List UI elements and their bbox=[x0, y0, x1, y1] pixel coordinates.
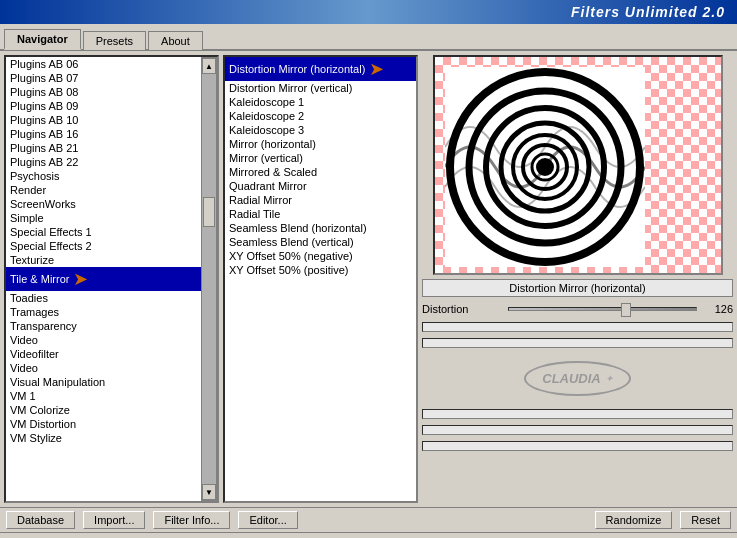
category-item-2[interactable]: Plugins AB 08 bbox=[6, 85, 201, 99]
distortion-slider-thumb[interactable] bbox=[621, 303, 631, 317]
category-item-15[interactable]: Tile & Mirror➤ bbox=[6, 267, 201, 291]
filter-item-0[interactable]: Distortion Mirror (horizontal)➤ bbox=[225, 57, 416, 81]
empty-row-4 bbox=[422, 425, 733, 435]
preview-image bbox=[445, 67, 645, 267]
watermark-icon: ✦ bbox=[605, 373, 613, 384]
category-item-23[interactable]: VM 1 bbox=[6, 389, 201, 403]
distortion-slider-track[interactable] bbox=[508, 307, 697, 311]
tabs-row: Navigator Presets About bbox=[0, 24, 737, 51]
category-item-25[interactable]: VM Distortion bbox=[6, 417, 201, 431]
category-scrollbar[interactable]: ▲ ▼ bbox=[201, 57, 217, 501]
import-button[interactable]: Import... bbox=[83, 511, 145, 529]
status-bar: Database: ICNET-Filters Filters: 2931 Ap… bbox=[0, 532, 737, 538]
randomize-button[interactable]: Randomize bbox=[595, 511, 673, 529]
category-item-24[interactable]: VM Colorize bbox=[6, 403, 201, 417]
filter-name-text: Distortion Mirror (horizontal) bbox=[509, 282, 645, 294]
filter-item-14[interactable]: XY Offset 50% (positive) bbox=[225, 263, 416, 277]
filter-item-5[interactable]: Mirror (horizontal) bbox=[225, 137, 416, 151]
category-item-8[interactable]: Psychosis bbox=[6, 169, 201, 183]
filter-info-button[interactable]: Filter Info... bbox=[153, 511, 230, 529]
filter-arrow-icon: ➤ bbox=[369, 58, 384, 80]
database-button[interactable]: Database bbox=[6, 511, 75, 529]
distortion-preview-svg bbox=[445, 67, 645, 267]
empty-row-5 bbox=[422, 441, 733, 451]
app-title: Filters Unlimited 2.0 bbox=[571, 4, 725, 20]
category-item-12[interactable]: Special Effects 1 bbox=[6, 225, 201, 239]
distortion-label: Distortion bbox=[422, 303, 502, 315]
category-item-13[interactable]: Special Effects 2 bbox=[6, 239, 201, 253]
distortion-value: 126 bbox=[703, 303, 733, 315]
watermark-circle: CLAUDIA ✦ bbox=[524, 361, 631, 396]
filter-item-7[interactable]: Mirrored & Scaled bbox=[225, 165, 416, 179]
bottom-toolbar: Database Import... Filter Info... Editor… bbox=[0, 507, 737, 532]
filter-item-10[interactable]: Radial Tile bbox=[225, 207, 416, 221]
reset-button[interactable]: Reset bbox=[680, 511, 731, 529]
category-item-7[interactable]: Plugins AB 22 bbox=[6, 155, 201, 169]
category-item-22[interactable]: Visual Manipulation bbox=[6, 375, 201, 389]
distortion-control: Distortion 126 bbox=[422, 301, 733, 317]
tab-presets[interactable]: Presets bbox=[83, 31, 146, 50]
filter-item-2[interactable]: Kaleidoscope 1 bbox=[225, 95, 416, 109]
category-item-11[interactable]: Simple bbox=[6, 211, 201, 225]
category-item-9[interactable]: Render bbox=[6, 183, 201, 197]
preview-area bbox=[433, 55, 723, 275]
watermark-area: CLAUDIA ✦ bbox=[422, 353, 733, 404]
category-item-21[interactable]: Video bbox=[6, 361, 201, 375]
filter-item-4[interactable]: Kaleidoscope 3 bbox=[225, 123, 416, 137]
empty-row-1 bbox=[422, 322, 733, 332]
empty-row-2 bbox=[422, 338, 733, 348]
category-item-5[interactable]: Plugins AB 16 bbox=[6, 127, 201, 141]
tab-about[interactable]: About bbox=[148, 31, 203, 50]
filter-item-6[interactable]: Mirror (vertical) bbox=[225, 151, 416, 165]
filter-item-1[interactable]: Distortion Mirror (vertical) bbox=[225, 81, 416, 95]
scroll-up-btn[interactable]: ▲ bbox=[202, 58, 216, 74]
filter-item-9[interactable]: Radial Mirror bbox=[225, 193, 416, 207]
category-item-4[interactable]: Plugins AB 10 bbox=[6, 113, 201, 127]
category-item-17[interactable]: Tramages bbox=[6, 305, 201, 319]
filter-name-bar: Distortion Mirror (horizontal) bbox=[422, 279, 733, 297]
filter-item-3[interactable]: Kaleidoscope 2 bbox=[225, 109, 416, 123]
category-item-18[interactable]: Transparency bbox=[6, 319, 201, 333]
scroll-track bbox=[202, 74, 216, 484]
filter-item-13[interactable]: XY Offset 50% (negative) bbox=[225, 249, 416, 263]
filter-item-11[interactable]: Seamless Blend (horizontal) bbox=[225, 221, 416, 235]
title-bar: Filters Unlimited 2.0 bbox=[0, 0, 737, 24]
editor-button[interactable]: Editor... bbox=[238, 511, 297, 529]
watermark-text: CLAUDIA bbox=[542, 371, 601, 386]
category-panel: Plugins AB 06Plugins AB 07Plugins AB 08P… bbox=[4, 55, 219, 503]
scroll-thumb[interactable] bbox=[203, 197, 215, 227]
filter-panel: Distortion Mirror (horizontal)➤Distortio… bbox=[223, 55, 418, 503]
category-item-6[interactable]: Plugins AB 21 bbox=[6, 141, 201, 155]
category-arrow-icon: ➤ bbox=[73, 268, 88, 290]
right-panel: Distortion Mirror (horizontal) Distortio… bbox=[418, 51, 737, 507]
tab-navigator[interactable]: Navigator bbox=[4, 29, 81, 50]
category-item-0[interactable]: Plugins AB 06 bbox=[6, 57, 201, 71]
scroll-down-btn[interactable]: ▼ bbox=[202, 484, 216, 500]
category-item-10[interactable]: ScreenWorks bbox=[6, 197, 201, 211]
filter-item-12[interactable]: Seamless Blend (vertical) bbox=[225, 235, 416, 249]
category-item-19[interactable]: Video bbox=[6, 333, 201, 347]
main-content: Plugins AB 06Plugins AB 07Plugins AB 08P… bbox=[0, 51, 737, 507]
category-item-14[interactable]: Texturize bbox=[6, 253, 201, 267]
category-list[interactable]: Plugins AB 06Plugins AB 07Plugins AB 08P… bbox=[6, 57, 201, 501]
empty-row-3 bbox=[422, 409, 733, 419]
filter-item-8[interactable]: Quadrant Mirror bbox=[225, 179, 416, 193]
category-item-26[interactable]: VM Stylize bbox=[6, 431, 201, 445]
category-item-3[interactable]: Plugins AB 09 bbox=[6, 99, 201, 113]
category-item-16[interactable]: Toadies bbox=[6, 291, 201, 305]
category-item-1[interactable]: Plugins AB 07 bbox=[6, 71, 201, 85]
category-item-20[interactable]: Videofilter bbox=[6, 347, 201, 361]
